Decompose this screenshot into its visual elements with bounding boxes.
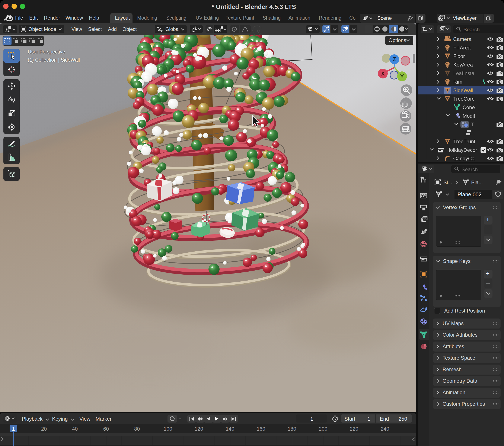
svg-text:Y: Y [400,73,404,79]
svg-text:X: X [381,70,385,77]
svg-text:Z: Z [393,56,396,62]
